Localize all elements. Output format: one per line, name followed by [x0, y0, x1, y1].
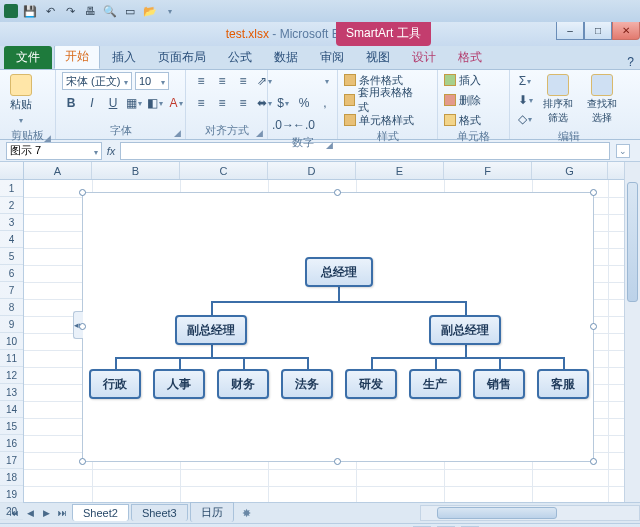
- format-cells-button[interactable]: 格式: [444, 112, 514, 128]
- resize-handle[interactable]: [79, 189, 86, 196]
- number-launcher-icon[interactable]: ◢: [326, 140, 333, 150]
- row-header[interactable]: 1: [0, 180, 23, 197]
- org-node-l3[interactable]: 财务: [217, 369, 269, 399]
- new-sheet-button[interactable]: ✸: [238, 505, 256, 521]
- row-header[interactable]: 19: [0, 486, 23, 503]
- tab-insert[interactable]: 插入: [102, 46, 146, 69]
- italic-button[interactable]: I: [83, 94, 101, 112]
- sort-filter-button[interactable]: 排序和筛选: [538, 72, 578, 127]
- row-header[interactable]: 9: [0, 316, 23, 333]
- resize-handle[interactable]: [334, 189, 341, 196]
- minimize-button[interactable]: –: [556, 22, 584, 40]
- row-header[interactable]: 8: [0, 299, 23, 316]
- currency-button[interactable]: $: [274, 94, 292, 112]
- org-node-l3[interactable]: 客服: [537, 369, 589, 399]
- percent-button[interactable]: %: [295, 94, 313, 112]
- org-node-l2[interactable]: 副总经理: [429, 315, 501, 345]
- underline-button[interactable]: U: [104, 94, 122, 112]
- align-center-button[interactable]: ≡: [213, 94, 231, 112]
- font-size-select[interactable]: 10: [135, 72, 169, 90]
- sheet-tab[interactable]: Sheet3: [131, 504, 188, 521]
- tab-data[interactable]: 数据: [264, 46, 308, 69]
- org-node-l3[interactable]: 生产: [409, 369, 461, 399]
- paste-button[interactable]: 粘贴: [6, 72, 36, 127]
- row-header[interactable]: 7: [0, 282, 23, 299]
- row-header[interactable]: 20: [0, 503, 23, 520]
- row-header[interactable]: 4: [0, 231, 23, 248]
- row-header[interactable]: 11: [0, 350, 23, 367]
- name-box[interactable]: 图示 7: [6, 142, 102, 160]
- font-launcher-icon[interactable]: ◢: [174, 128, 181, 138]
- clear-button[interactable]: ◇: [516, 110, 534, 128]
- resize-handle[interactable]: [590, 189, 597, 196]
- col-header[interactable]: E: [356, 162, 444, 179]
- col-header[interactable]: F: [444, 162, 532, 179]
- org-node-l2[interactable]: 副总经理: [175, 315, 247, 345]
- align-launcher-icon[interactable]: ◢: [256, 128, 263, 138]
- col-header[interactable]: C: [180, 162, 268, 179]
- delete-cells-button[interactable]: 删除: [444, 92, 514, 108]
- col-header[interactable]: A: [24, 162, 92, 179]
- comma-button[interactable]: ,: [316, 94, 334, 112]
- table-format-button[interactable]: 套用表格格式: [344, 92, 414, 108]
- cell-style-button[interactable]: 单元格样式: [344, 112, 414, 128]
- tab-formulas[interactable]: 公式: [218, 46, 262, 69]
- resize-handle[interactable]: [334, 458, 341, 465]
- sheet-tab[interactable]: Sheet2: [72, 504, 129, 521]
- resize-handle[interactable]: [79, 323, 86, 330]
- resize-handle[interactable]: [590, 323, 597, 330]
- align-top-button[interactable]: ≡: [192, 72, 210, 90]
- number-format-select[interactable]: [274, 72, 330, 90]
- tab-review[interactable]: 审阅: [310, 46, 354, 69]
- col-header[interactable]: G: [532, 162, 608, 179]
- autosum-button[interactable]: Σ: [516, 72, 534, 90]
- org-node-l3[interactable]: 研发: [345, 369, 397, 399]
- col-header[interactable]: D: [268, 162, 356, 179]
- tab-home[interactable]: 开始: [54, 44, 100, 69]
- insert-cells-button[interactable]: 插入: [444, 72, 514, 88]
- help-icon[interactable]: ?: [627, 55, 634, 69]
- resize-handle[interactable]: [79, 458, 86, 465]
- scroll-thumb[interactable]: [627, 182, 638, 302]
- qat-new-icon[interactable]: ▭: [122, 3, 138, 19]
- qat-redo-icon[interactable]: ↷: [62, 3, 78, 19]
- org-node-root[interactable]: 总经理: [305, 257, 373, 287]
- org-node-l3[interactable]: 行政: [89, 369, 141, 399]
- clipboard-launcher-icon[interactable]: ◢: [44, 133, 51, 143]
- row-header[interactable]: 3: [0, 214, 23, 231]
- maximize-button[interactable]: □: [584, 22, 612, 40]
- qat-undo-icon[interactable]: ↶: [42, 3, 58, 19]
- select-all-button[interactable]: [0, 162, 24, 180]
- scroll-thumb[interactable]: [437, 507, 557, 519]
- org-node-l3[interactable]: 人事: [153, 369, 205, 399]
- align-mid-button[interactable]: ≡: [213, 72, 231, 90]
- tab-format[interactable]: 格式: [448, 46, 492, 69]
- row-header[interactable]: 15: [0, 418, 23, 435]
- smartart-object[interactable]: ◂▸ 总经理: [82, 192, 594, 462]
- resize-handle[interactable]: [590, 458, 597, 465]
- find-select-button[interactable]: 查找和选择: [582, 72, 622, 127]
- qat-preview-icon[interactable]: 🔍: [102, 3, 118, 19]
- file-tab[interactable]: 文件: [4, 46, 52, 69]
- qat-save-icon[interactable]: 💾: [22, 3, 38, 19]
- align-left-button[interactable]: ≡: [192, 94, 210, 112]
- fill-button[interactable]: ⬇: [516, 91, 534, 109]
- sheet-tab[interactable]: 日历: [190, 502, 234, 522]
- horizontal-scrollbar[interactable]: [420, 505, 640, 521]
- align-right-button[interactable]: ≡: [234, 94, 252, 112]
- row-header[interactable]: 18: [0, 469, 23, 486]
- tab-view[interactable]: 视图: [356, 46, 400, 69]
- dec-decimal-button[interactable]: ←.0: [295, 116, 313, 134]
- bold-button[interactable]: B: [62, 94, 80, 112]
- border-button[interactable]: ▦: [125, 94, 143, 112]
- close-button[interactable]: ✕: [612, 22, 640, 40]
- row-header[interactable]: 6: [0, 265, 23, 282]
- fill-color-button[interactable]: ◧: [146, 94, 164, 112]
- org-node-l3[interactable]: 法务: [281, 369, 333, 399]
- qat-customize-icon[interactable]: [162, 3, 178, 19]
- font-color-button[interactable]: A: [167, 94, 185, 112]
- row-header[interactable]: 16: [0, 435, 23, 452]
- row-header[interactable]: 5: [0, 248, 23, 265]
- tab-nav-next[interactable]: ▶: [38, 505, 54, 521]
- tab-design[interactable]: 设计: [402, 46, 446, 69]
